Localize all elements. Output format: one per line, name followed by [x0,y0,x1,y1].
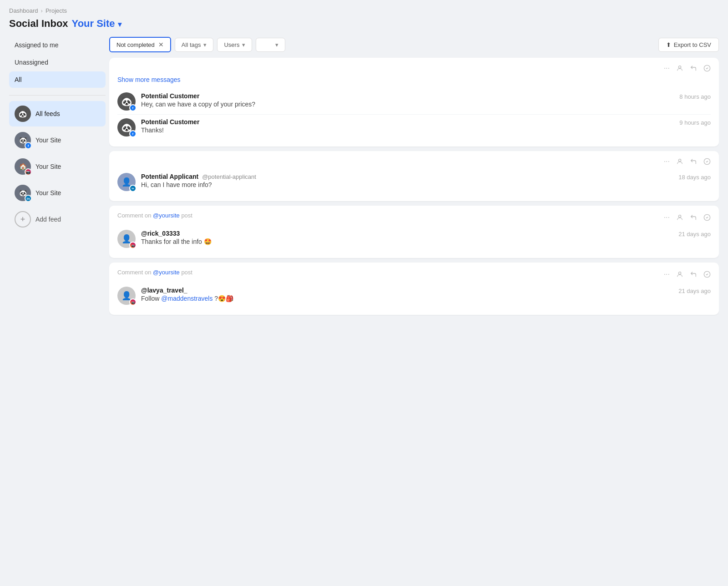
rick-avatar: 👤 📷 [117,230,136,248]
applicant-avatar: 👤 in [117,173,136,191]
status-filter-close[interactable]: ✕ [158,41,164,48]
linkedin-badge: in [25,195,32,202]
sidebar-assigned-label: Assigned to me [15,41,59,49]
sender-avatar-2: 🐼 f [117,118,136,136]
reply-button-2[interactable] [690,158,697,165]
third-filter-label [263,41,273,48]
message-text: Hey, can we have a copy of your prices? [141,101,674,108]
comment-label-4: Comment on @yoursite post [117,269,664,276]
add-feed-label: Add feed [35,216,61,223]
card-actions-1: ··· [664,64,711,72]
page-title: Social Inbox Your Site ▾ [9,18,719,30]
complete-button-3[interactable] [703,214,711,221]
status-filter-chip[interactable]: Not completed ✕ [109,37,171,52]
applicant-handle: @potential-applicant [202,173,256,180]
breadcrumb-chevron: › [41,7,43,14]
svg-point-2 [678,159,681,162]
message-text-2: Thanks! [141,126,674,134]
ellipsis-menu-button-4[interactable]: ··· [664,270,670,278]
rick-message-time: 21 days ago [678,231,711,237]
lavya-name: @lavya_travel_ [141,287,187,294]
rick-message-text: Thanks for all the info 🤩 [141,238,673,245]
lavya-message-text: Follow @maddenstravels ?😍🎒 [141,295,673,302]
tags-chevron-icon: ▾ [203,41,207,48]
instagram-platform-badge-lavya: 📷 [129,298,136,306]
reply-button-4[interactable] [690,271,697,278]
instagram-badge: 📷 [25,168,32,176]
lavya-message-time: 21 days ago [678,288,711,294]
users-filter-dropdown[interactable]: Users ▾ [217,38,252,52]
card-header-4: Comment on @yoursite post ··· [117,269,711,279]
assign-button[interactable] [676,65,683,72]
applicant-message-body: Potential Applicant @potential-applicant… [141,173,673,188]
svg-point-0 [678,66,681,68]
tags-filter-dropdown[interactable]: All tags ▾ [175,38,214,52]
instagram-feed-avatar: 🏠 📷 [15,158,31,175]
reply-button[interactable] [690,65,697,72]
ellipsis-menu-button[interactable]: ··· [664,64,670,72]
facebook-feed-label: Your Site [35,136,61,144]
breadcrumb-projects[interactable]: Projects [46,7,67,14]
sender-name-2: Potential Customer [141,118,199,126]
breadcrumb: Dashboard › Projects [9,7,719,14]
applicant-name: Potential Applicant [141,173,198,180]
facebook-platform-badge-2: f [129,130,136,137]
rick-name: @rick_03333 [141,230,180,237]
complete-button-4[interactable] [703,271,711,278]
facebook-platform-badge: f [129,104,136,111]
site-dropdown-icon: ▾ [118,20,121,28]
sender-avatar: 🐼 f [117,92,136,111]
status-filter-label: Not completed [116,41,155,48]
comment-mention-4[interactable]: @yoursite [153,269,180,276]
users-chevron-icon: ▾ [242,41,245,48]
instagram-feed-label: Your Site [35,163,61,170]
lavya-message-body: @lavya_travel_ Follow @maddenstravels ?😍… [141,287,673,302]
complete-button-2[interactable] [703,158,711,165]
sidebar-feed-linkedin[interactable]: 🐼 in Your Site [9,180,106,206]
show-more-link[interactable]: Show more messages [117,76,181,83]
sidebar-filter-section: Assigned to me Unassigned All [9,37,106,88]
instagram-platform-badge-rick: 📷 [129,242,136,249]
card-header-3: Comment on @yoursite post ··· [117,212,711,222]
message-row-lavya: 👤 📷 @lavya_travel_ Follow @maddenstravel… [117,283,711,308]
reply-button-3[interactable] [690,214,697,221]
export-icon: ⬆ [666,41,671,48]
main-content: Not completed ✕ All tags ▾ Users ▾ ▾ ⬆ [109,37,719,579]
users-filter-label: Users [224,41,239,48]
export-csv-button[interactable]: ⬆ Export to CSV [658,38,719,52]
complete-button[interactable] [703,65,711,72]
sidebar-item-unassigned[interactable]: Unassigned [9,54,106,71]
sidebar-all-label: All [15,76,22,83]
message-row: 🐼 f Potential Customer Thanks! 9 hours a… [117,114,711,140]
comment-mention-3[interactable]: @yoursite [153,212,180,219]
rick-message-body: @rick_03333 Thanks for all the info 🤩 [141,230,673,245]
facebook-badge: f [25,142,32,149]
sidebar-item-assigned[interactable]: Assigned to me [9,37,106,53]
filters-bar: Not completed ✕ All tags ▾ Users ▾ ▾ ⬆ [109,37,719,52]
sidebar-feed-all[interactable]: 🐼 All feeds [9,101,106,126]
assign-button-2[interactable] [676,158,683,165]
sidebar-feed-facebook[interactable]: 🐼 f Your Site [9,127,106,153]
message-body: Potential Customer Hey, can we have a co… [141,92,674,108]
add-feed-button[interactable]: + Add feed [9,207,106,232]
sidebar-item-all[interactable]: All [9,71,106,88]
svg-point-4 [678,215,681,217]
facebook-feed-avatar: 🐼 f [15,132,31,148]
third-filter-dropdown[interactable]: ▾ [256,38,285,52]
message-time: 8 hours ago [679,93,711,100]
third-chevron-icon: ▾ [275,41,278,48]
assign-button-4[interactable] [676,271,683,278]
site-name[interactable]: Your Site ▾ [72,18,121,30]
maddenstravels-mention[interactable]: @maddenstravels [161,295,212,302]
linkedin-feed-label: Your Site [35,189,61,197]
card-header-1: ··· [117,64,711,72]
linkedin-feed-avatar: 🐼 in [15,185,31,201]
message-card-1: ··· Show more messages [109,58,719,146]
ellipsis-menu-button-3[interactable]: ··· [664,213,670,222]
applicant-message-time: 18 days ago [678,174,711,181]
sidebar-feed-instagram[interactable]: 🏠 📷 Your Site [9,154,106,179]
ellipsis-menu-button-2[interactable]: ··· [664,157,670,166]
breadcrumb-dashboard[interactable]: Dashboard [9,7,38,14]
assign-button-3[interactable] [676,214,683,221]
svg-point-6 [678,272,681,274]
